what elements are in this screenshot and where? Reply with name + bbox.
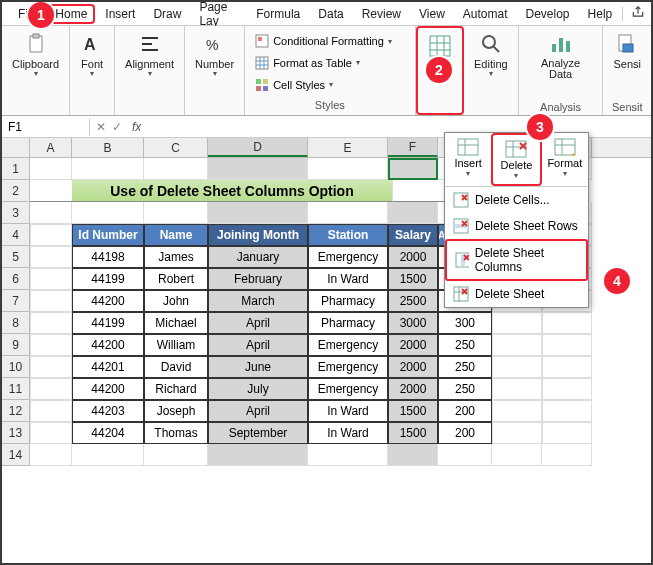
table-cell[interactable]: January [208, 246, 308, 268]
table-cell[interactable]: David [144, 356, 208, 378]
row-header[interactable]: 7 [2, 290, 30, 312]
dropdown-insert-button[interactable]: Insert▾ [445, 133, 491, 186]
dropdown-format-button[interactable]: Format▾ [542, 133, 588, 186]
col-header-f[interactable]: F [388, 138, 438, 157]
cell-styles-button[interactable]: Cell Styles▾ [251, 76, 408, 94]
row-header[interactable]: 14 [2, 444, 30, 466]
table-cell[interactable]: Thomas [144, 422, 208, 444]
table-cell[interactable]: 44200 [72, 378, 144, 400]
table-cell[interactable]: Pharmacy [308, 312, 388, 334]
row-header[interactable]: 10 [2, 356, 30, 378]
tab-review[interactable]: Review [354, 4, 409, 24]
table-cell[interactable]: 200 [438, 422, 492, 444]
table-cell[interactable]: Robert [144, 268, 208, 290]
share-icon[interactable] [625, 2, 651, 25]
delete-sheet-item[interactable]: Delete Sheet [445, 281, 588, 307]
col-header-b[interactable]: B [72, 138, 144, 157]
number-button[interactable]: % Number▾ [191, 30, 238, 81]
tab-formula[interactable]: Formula [248, 4, 308, 24]
tab-insert[interactable]: Insert [97, 4, 143, 24]
table-cell[interactable]: In Ward [308, 422, 388, 444]
tab-draw[interactable]: Draw [145, 4, 189, 24]
table-cell[interactable]: 44199 [72, 268, 144, 290]
table-cell[interactable]: John [144, 290, 208, 312]
name-box[interactable]: F1 [2, 118, 90, 136]
table-cell[interactable]: 44200 [72, 290, 144, 312]
table-cell[interactable]: William [144, 334, 208, 356]
table-cell[interactable]: 44204 [72, 422, 144, 444]
table-cell[interactable]: 1500 [388, 400, 438, 422]
delete-cells-item[interactable]: Delete Cells... [445, 187, 588, 213]
table-cell[interactable]: 44200 [72, 334, 144, 356]
table-cell[interactable]: Pharmacy [308, 290, 388, 312]
table-cell[interactable]: 300 [438, 312, 492, 334]
table-cell[interactable]: Richard [144, 378, 208, 400]
table-cell[interactable]: Joseph [144, 400, 208, 422]
table-cell[interactable]: April [208, 334, 308, 356]
table-cell[interactable]: In Ward [308, 268, 388, 290]
row-header[interactable]: 11 [2, 378, 30, 400]
delete-sheet-rows-item[interactable]: Delete Sheet Rows [445, 213, 588, 239]
font-button[interactable]: A Font▾ [76, 30, 108, 81]
row-header[interactable]: 4 [2, 224, 30, 246]
table-cell[interactable]: 2000 [388, 246, 438, 268]
table-cell[interactable]: July [208, 378, 308, 400]
col-header-d[interactable]: D [208, 138, 308, 157]
table-cell[interactable]: 2000 [388, 356, 438, 378]
table-cell[interactable]: April [208, 400, 308, 422]
table-cell[interactable]: 44201 [72, 356, 144, 378]
table-cell[interactable]: April [208, 312, 308, 334]
active-cell[interactable] [388, 158, 438, 180]
table-cell[interactable]: In Ward [308, 400, 388, 422]
enter-formula-icon[interactable]: ✓ [112, 120, 122, 134]
table-cell[interactable]: February [208, 268, 308, 290]
fx-icon[interactable]: fx [128, 120, 141, 134]
editing-button[interactable]: Editing▾ [470, 30, 512, 81]
table-cell[interactable]: 250 [438, 356, 492, 378]
table-cell[interactable]: 250 [438, 334, 492, 356]
table-cell[interactable]: James [144, 246, 208, 268]
tab-view[interactable]: View [411, 4, 453, 24]
table-cell[interactable]: 250 [438, 378, 492, 400]
table-cell[interactable]: Michael [144, 312, 208, 334]
table-cell[interactable]: Emergency [308, 378, 388, 400]
table-cell[interactable]: June [208, 356, 308, 378]
table-header[interactable]: Id Number [72, 224, 144, 246]
delete-sheet-columns-item[interactable]: Delete Sheet Columns [445, 239, 588, 281]
analyze-data-button[interactable]: Analyze Data [525, 30, 597, 82]
tab-developer[interactable]: Develop [518, 4, 578, 24]
table-cell[interactable]: 2500 [388, 290, 438, 312]
table-cell[interactable]: Emergency [308, 246, 388, 268]
row-header[interactable]: 13 [2, 422, 30, 444]
table-cell[interactable]: 2000 [388, 378, 438, 400]
col-header-e[interactable]: E [308, 138, 388, 157]
table-cell[interactable]: Emergency [308, 334, 388, 356]
row-header[interactable]: 8 [2, 312, 30, 334]
col-header-a[interactable]: A [30, 138, 72, 157]
tab-data[interactable]: Data [310, 4, 351, 24]
table-cell[interactable]: Emergency [308, 356, 388, 378]
conditional-formatting-button[interactable]: Conditional Formatting▾ [251, 32, 408, 50]
row-header[interactable]: 2 [2, 180, 30, 202]
row-header[interactable]: 9 [2, 334, 30, 356]
table-cell[interactable]: 200 [438, 400, 492, 422]
tab-help[interactable]: Help [580, 4, 621, 24]
table-cell[interactable]: March [208, 290, 308, 312]
tab-automate[interactable]: Automat [455, 4, 516, 24]
dropdown-delete-button[interactable]: Delete▾ [491, 133, 541, 186]
format-as-table-button[interactable]: Format as Table▾ [251, 54, 408, 72]
table-cell[interactable]: September [208, 422, 308, 444]
table-cell[interactable]: 44203 [72, 400, 144, 422]
col-header-c[interactable]: C [144, 138, 208, 157]
table-cell[interactable]: 44198 [72, 246, 144, 268]
table-cell[interactable]: 1500 [388, 422, 438, 444]
cancel-formula-icon[interactable]: ✕ [96, 120, 106, 134]
table-cell[interactable]: 2000 [388, 334, 438, 356]
row-header[interactable]: 5 [2, 246, 30, 268]
table-cell[interactable]: 44199 [72, 312, 144, 334]
table-header[interactable]: Joining Month [208, 224, 308, 246]
table-header[interactable]: Salary [388, 224, 438, 246]
row-header[interactable]: 3 [2, 202, 30, 224]
select-all-corner[interactable] [2, 138, 30, 157]
tab-home[interactable]: Home [47, 4, 95, 24]
